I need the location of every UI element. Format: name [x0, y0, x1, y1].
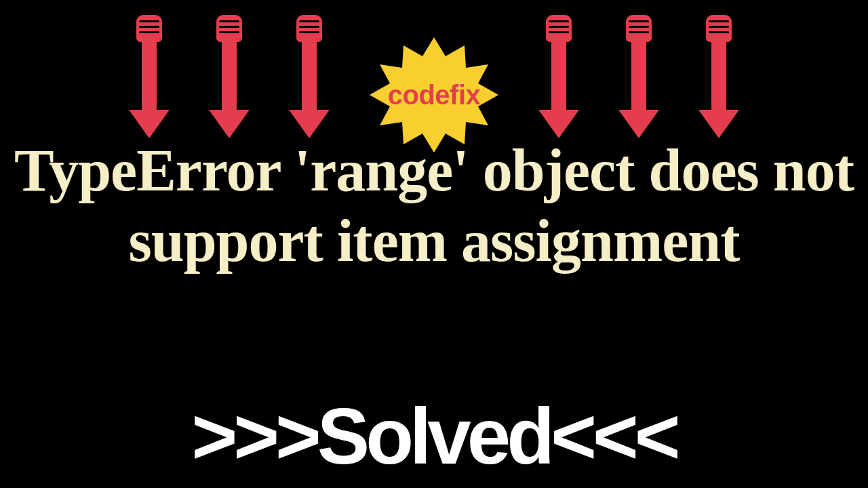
down-arrow-icon [546, 15, 572, 137]
solved-word: Solved [317, 392, 551, 481]
down-arrow-icon [296, 15, 322, 137]
solved-prefix: >>> [192, 392, 317, 481]
down-arrow-icon [706, 15, 732, 137]
down-arrow-icon [216, 15, 242, 137]
arrow-group-left [136, 15, 322, 137]
down-arrow-icon [626, 15, 652, 137]
solved-suffix: <<< [551, 392, 676, 481]
down-arrow-icon [136, 15, 162, 137]
solved-banner: >>>Solved<<< [0, 397, 868, 476]
codefix-badge-label: codefix [388, 80, 481, 110]
error-title: TypeError 'range' object does not suppor… [0, 136, 868, 277]
arrow-group-right [546, 15, 732, 137]
